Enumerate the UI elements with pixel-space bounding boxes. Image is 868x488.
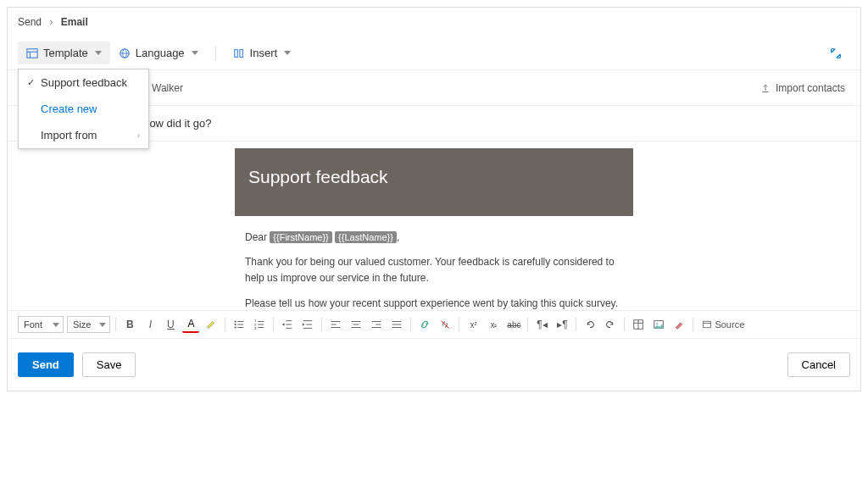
breadcrumb: Send › Email	[8, 8, 860, 36]
bold-button[interactable]: B	[121, 316, 138, 333]
chevron-down-icon	[95, 51, 102, 55]
bullet-list-button[interactable]	[231, 316, 248, 333]
unlink-button[interactable]	[437, 316, 453, 333]
import-contacts-button[interactable]: Import contacts	[760, 82, 845, 94]
italic-button[interactable]: I	[142, 316, 159, 333]
breadcrumb-current: Email	[61, 16, 88, 28]
separator	[215, 46, 216, 61]
separator	[321, 318, 322, 331]
globe-icon	[119, 47, 131, 59]
strikethrough-button[interactable]: abc	[505, 316, 522, 333]
greeting-line: Dear {{FirstName}} {{LastName}},	[245, 230, 623, 246]
separator	[527, 318, 528, 331]
dropdown-item-support-feedback[interactable]: ✓ Support feedback	[19, 69, 148, 96]
expand-button[interactable]	[821, 42, 850, 64]
size-select-label: Size	[73, 319, 91, 330]
clear-format-button[interactable]	[670, 316, 687, 333]
svg-point-10	[235, 326, 236, 328]
highlight-button[interactable]	[203, 316, 220, 333]
indent-button[interactable]	[299, 316, 316, 333]
chevron-right-icon: ›	[137, 130, 140, 140]
template-label: Template	[43, 47, 88, 59]
link-button[interactable]	[416, 316, 433, 333]
svg-text:3: 3	[254, 326, 257, 330]
dropdown-item-label: Support feedback	[41, 76, 127, 89]
svg-point-8	[235, 320, 236, 322]
body-paragraph-2: Please tell us how your recent support e…	[245, 296, 623, 311]
chevron-right-icon: ›	[49, 16, 53, 28]
separator	[624, 318, 625, 331]
editor-area[interactable]: Support feedback Dear {{FirstName}} {{La…	[8, 141, 860, 311]
ltr-button[interactable]: ¶◂	[533, 316, 550, 333]
subject-value[interactable]: How did it go?	[142, 117, 211, 130]
template-title: Support feedback	[235, 148, 633, 216]
font-select[interactable]: Font	[18, 316, 64, 333]
rtl-button[interactable]: ▸¶	[554, 316, 570, 333]
dropdown-item-import-from[interactable]: Import from ›	[19, 122, 148, 148]
token-lastname[interactable]: {{LastName}}	[335, 231, 397, 243]
font-color-button[interactable]: A	[182, 316, 199, 333]
chevron-down-icon	[192, 51, 198, 55]
align-justify-button[interactable]	[388, 316, 405, 333]
email-compose-panel: Send › Email Template Language Insert ✓	[7, 7, 861, 391]
insert-button[interactable]: Insert	[225, 42, 300, 64]
chevron-down-icon	[99, 323, 106, 327]
font-select-label: Font	[24, 319, 42, 330]
token-firstname[interactable]: {{FirstName}}	[270, 231, 331, 243]
svg-point-9	[235, 324, 236, 325]
send-button[interactable]: Send	[18, 352, 74, 377]
size-select[interactable]: Size	[67, 316, 110, 333]
dropdown-item-label: Import from	[41, 129, 97, 141]
check-icon: ✓	[27, 77, 41, 88]
language-button[interactable]: Language	[110, 42, 207, 64]
dropdown-item-create-new[interactable]: Create new	[19, 96, 148, 122]
svg-rect-6	[234, 49, 237, 57]
footer: Send Save Cancel	[8, 339, 860, 391]
email-template: Support feedback Dear {{FirstName}} {{La…	[235, 148, 633, 311]
separator	[693, 318, 693, 331]
chevron-down-icon	[284, 51, 291, 55]
separator	[273, 318, 274, 331]
chevron-down-icon	[53, 323, 59, 327]
align-left-button[interactable]	[327, 316, 344, 333]
separator	[459, 318, 459, 331]
dropdown-item-label: Create new	[41, 103, 97, 115]
undo-button[interactable]	[581, 316, 598, 333]
cancel-button[interactable]: Cancel	[787, 352, 850, 377]
svg-rect-7	[239, 49, 242, 57]
separator	[576, 318, 576, 331]
breadcrumb-root[interactable]: Send	[18, 16, 42, 28]
svg-rect-44	[704, 321, 711, 328]
source-button[interactable]: Source	[698, 316, 748, 333]
import-contacts-label: Import contacts	[776, 82, 845, 94]
source-icon	[702, 319, 712, 330]
align-right-button[interactable]	[368, 316, 385, 333]
separator	[115, 318, 116, 331]
expand-icon	[830, 47, 842, 59]
source-label: Source	[715, 319, 744, 330]
template-body[interactable]: Dear {{FirstName}} {{LastName}}, Thank y…	[235, 216, 633, 311]
language-label: Language	[136, 47, 185, 59]
subscript-button[interactable]: x₂	[485, 316, 502, 333]
redo-button[interactable]	[602, 316, 619, 333]
align-center-button[interactable]	[348, 316, 364, 333]
format-toolbar: Font Size B I U A 123 x² x₂ abc ¶◂ ▸¶	[8, 311, 860, 339]
number-list-button[interactable]: 123	[251, 316, 268, 333]
outdent-button[interactable]	[279, 316, 296, 333]
image-button[interactable]	[650, 316, 667, 333]
template-dropdown: ✓ Support feedback Create new Import fro…	[18, 69, 149, 149]
template-button[interactable]: Template	[18, 42, 110, 64]
save-button[interactable]: Save	[82, 352, 136, 377]
svg-point-43	[657, 323, 659, 324]
underline-button[interactable]: U	[162, 316, 179, 333]
separator	[225, 318, 225, 331]
svg-rect-0	[27, 48, 37, 58]
separator	[410, 318, 411, 331]
table-button[interactable]	[630, 316, 647, 333]
body-paragraph-1: Thank you for being our valued customer.…	[245, 254, 623, 286]
template-icon	[26, 47, 38, 59]
insert-icon	[233, 47, 245, 59]
toolbar: Template Language Insert ✓ Support feedb…	[8, 36, 860, 70]
superscript-button[interactable]: x²	[465, 316, 481, 333]
recipient-chip[interactable]: Walker	[152, 82, 183, 94]
